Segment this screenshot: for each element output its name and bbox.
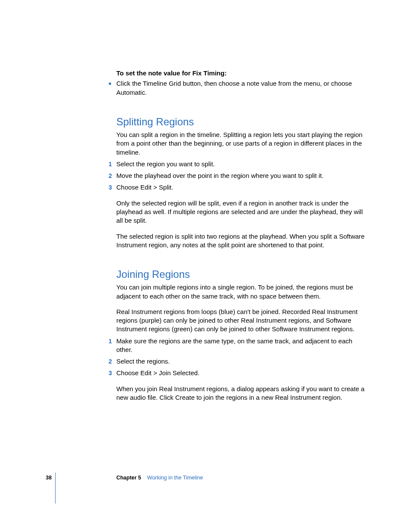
- step-text: Choose Edit > Split.: [116, 183, 366, 192]
- step-text: Choose Edit > Join Selected.: [116, 369, 366, 377]
- splitting-note-1: Only the selected region will be split, …: [116, 199, 366, 225]
- step-number: 3: [109, 183, 116, 192]
- splitting-step-2: 2 Move the playhead over the point in th…: [116, 171, 366, 180]
- joining-step-3: 3 Choose Edit > Join Selected.: [116, 369, 366, 377]
- chapter-title: Working in the Timeline: [147, 474, 203, 482]
- joining-step-1: 1 Make sure the regions are the same typ…: [116, 337, 366, 355]
- page-content: To set the note value for Fix Timing: ■ …: [116, 69, 366, 404]
- chapter-label: Chapter 5: [116, 474, 141, 482]
- joining-intro-1: You can join multiple regions into a sin…: [116, 283, 366, 301]
- splitting-intro: You can split a region in the timeline. …: [116, 131, 366, 157]
- step-number: 2: [109, 357, 116, 366]
- step-text: Make sure the regions are the same type,…: [116, 337, 366, 355]
- fix-timing-heading: To set the note value for Fix Timing:: [116, 69, 366, 78]
- page-number: 38: [46, 474, 52, 482]
- bullet-icon: ■: [109, 79, 116, 97]
- joining-note: When you join Real Instrument regions, a…: [116, 385, 366, 402]
- fix-timing-bullet-text: Click the Timeline Grid button, then cho…: [116, 79, 366, 97]
- step-number: 1: [109, 337, 116, 355]
- joining-heading: Joining Regions: [116, 268, 366, 281]
- joining-step-2: 2 Select the regions.: [116, 357, 366, 366]
- step-number: 3: [109, 369, 116, 377]
- splitting-note-2: The selected region is split into two re…: [116, 232, 366, 250]
- footer-rule: [55, 473, 56, 504]
- fix-timing-bullet: ■ Click the Timeline Grid button, then c…: [116, 79, 366, 97]
- step-text: Move the playhead over the point in the …: [116, 171, 366, 180]
- splitting-step-3: 3 Choose Edit > Split.: [116, 183, 366, 192]
- step-text: Select the regions.: [116, 357, 366, 366]
- step-number: 1: [109, 160, 116, 168]
- joining-intro-2: Real Instrument regions from loops (blue…: [116, 308, 366, 334]
- page-footer: 38 Chapter 5 Working in the Timeline: [46, 474, 203, 482]
- step-text: Select the region you want to split.: [116, 160, 366, 168]
- step-number: 2: [109, 171, 116, 180]
- splitting-heading: Splitting Regions: [116, 115, 366, 129]
- splitting-step-1: 1 Select the region you want to split.: [116, 160, 366, 168]
